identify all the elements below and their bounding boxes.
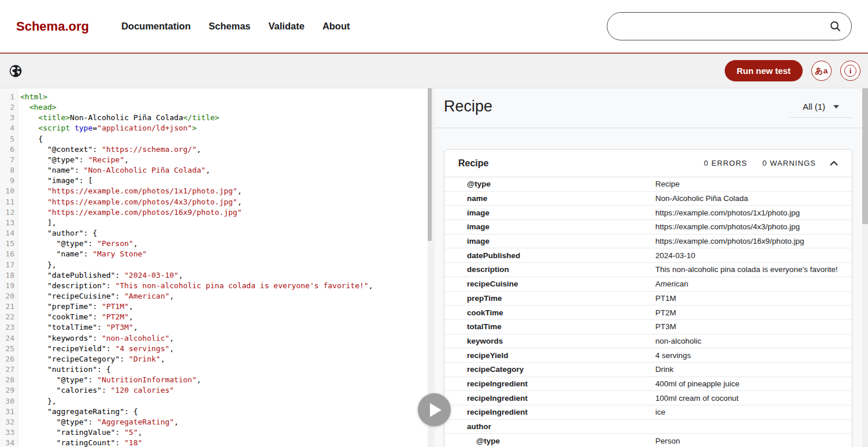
code-line[interactable]: "https://example.com/photos/16x9/photo.j… bbox=[20, 207, 428, 218]
property-row[interactable]: keywordsnon-alcoholic bbox=[444, 334, 852, 349]
property-row[interactable]: cookTimePT2M bbox=[444, 306, 852, 320]
code-line[interactable]: "https://example.com/photos/4x3/photo.jp… bbox=[20, 197, 428, 207]
line-number: 21 bbox=[0, 301, 14, 312]
validation-summary: 0 ERRORS 0 WARNINGS bbox=[704, 159, 816, 167]
code-line[interactable]: "@type": "AggregateRating", bbox=[20, 417, 428, 427]
code-line[interactable]: "@type": "Recipe", bbox=[20, 155, 428, 165]
property-name: recipeYield bbox=[444, 351, 655, 360]
code-line[interactable]: "image": [ bbox=[20, 176, 428, 186]
code-line[interactable]: "@type": "Person", bbox=[20, 239, 428, 249]
code-line[interactable]: "recipeCuisine": "American", bbox=[20, 291, 428, 301]
property-row[interactable]: author bbox=[444, 420, 852, 434]
code-line[interactable]: "author": { bbox=[20, 228, 428, 239]
entity-card: Recipe 0 ERRORS 0 WARNINGS @typeRecipena… bbox=[444, 149, 852, 447]
property-row[interactable]: recipeCuisineAmerican bbox=[444, 277, 852, 292]
code-line[interactable]: { bbox=[20, 134, 428, 144]
property-name: cookTime bbox=[444, 308, 655, 317]
search-input[interactable] bbox=[620, 18, 830, 35]
code-line[interactable]: <html> bbox=[20, 92, 428, 102]
code-line[interactable]: }, bbox=[20, 396, 428, 407]
line-number: 31 bbox=[0, 407, 14, 417]
code-line[interactable]: "totalTime": "PT3M", bbox=[20, 322, 428, 333]
property-value: https://example.com/photos/16x9/photo.jp… bbox=[655, 237, 852, 245]
code-line[interactable]: <script type="application/ld+json"> bbox=[20, 123, 428, 133]
code-line[interactable]: "name": "Non-Alcoholic Piña Colada", bbox=[20, 165, 428, 176]
property-row[interactable]: @typeRecipe bbox=[444, 177, 852, 192]
property-name: image bbox=[444, 208, 655, 217]
code-line[interactable]: "name": "Mary Stone" bbox=[20, 249, 428, 259]
results-scrollbar-thumb[interactable] bbox=[862, 88, 868, 224]
results-header: Recipe All (1) bbox=[435, 88, 868, 128]
property-value: non-alcoholic bbox=[655, 337, 852, 345]
property-name: recipeCuisine bbox=[444, 280, 655, 288]
warnings-count: 0 WARNINGS bbox=[762, 159, 816, 167]
code-lines[interactable]: <html> <head> <title>Non-Alcoholic Piña … bbox=[18, 88, 428, 447]
property-name: @type bbox=[444, 437, 655, 445]
code-line[interactable]: "recipeYield": "4 servings", bbox=[20, 344, 428, 354]
code-line[interactable]: "https://example.com/photos/1x1/photo.jp… bbox=[20, 186, 428, 196]
code-line[interactable]: }, bbox=[20, 260, 428, 270]
property-row[interactable]: imagehttps://example.com/photos/1x1/phot… bbox=[444, 206, 852, 220]
property-row[interactable]: nameNon-Alcoholic Piña Colada bbox=[444, 192, 852, 206]
property-row[interactable]: imagehttps://example.com/photos/4x3/phot… bbox=[444, 220, 852, 234]
code-line[interactable]: "prepTime": "PT1M", bbox=[20, 301, 428, 312]
nav-item-about[interactable]: About bbox=[322, 21, 350, 32]
nav-item-schemas[interactable]: Schemas bbox=[209, 21, 250, 32]
line-number: 11 bbox=[0, 197, 14, 207]
code-line[interactable]: "@type": "NutritionInformation", bbox=[20, 375, 428, 385]
line-number: 25 bbox=[0, 344, 14, 354]
property-row[interactable]: datePublished2024-03-10 bbox=[444, 248, 852, 263]
globe-icon[interactable] bbox=[9, 64, 23, 78]
code-line[interactable]: "ratingCount": "18" bbox=[20, 438, 428, 447]
code-line[interactable]: "cookTime": "PT2M", bbox=[20, 312, 428, 322]
code-line[interactable]: "recipeCategory": "Drink", bbox=[20, 354, 428, 364]
line-number: 28 bbox=[0, 375, 14, 385]
run-new-test-button[interactable]: Run new test bbox=[725, 60, 803, 81]
property-row[interactable]: totalTimePT3M bbox=[444, 320, 852, 334]
entity-card-header[interactable]: Recipe 0 ERRORS 0 WARNINGS bbox=[444, 150, 852, 177]
code-line[interactable]: "aggregateRating": { bbox=[20, 407, 428, 417]
line-number: 14 bbox=[0, 228, 14, 239]
code-line[interactable]: "description": "This non-alcoholic pina … bbox=[20, 281, 428, 291]
editor-scrollbar-thumb[interactable] bbox=[428, 88, 432, 241]
property-row[interactable]: recipeIngredient400ml of pineapple juice bbox=[444, 377, 852, 392]
language-toggle-button[interactable]: あa bbox=[811, 61, 832, 81]
property-row[interactable]: recipeCategoryDrink bbox=[444, 363, 852, 377]
code-line[interactable]: "@context": "https://schema.org/", bbox=[20, 144, 428, 155]
nav-item-validate[interactable]: Validate bbox=[269, 21, 305, 32]
code-line[interactable]: ], bbox=[20, 218, 428, 228]
code-line[interactable]: <head> bbox=[20, 102, 428, 113]
line-number: 20 bbox=[0, 291, 14, 301]
code-line[interactable]: "datePublished": "2024-03-10", bbox=[20, 270, 428, 281]
property-row[interactable]: descriptionThis non-alcoholic pina colad… bbox=[444, 263, 852, 277]
code-line[interactable]: "ratingValue": "5", bbox=[20, 427, 428, 438]
property-name: recipeIngredient bbox=[444, 379, 655, 388]
run-test-play-button[interactable] bbox=[418, 393, 451, 426]
code-line[interactable]: "nutrition": { bbox=[20, 364, 428, 375]
line-number: 17 bbox=[0, 260, 14, 270]
nav-item-documentation[interactable]: Documentation bbox=[121, 21, 191, 32]
chevron-up-icon[interactable] bbox=[830, 161, 838, 166]
search-icon[interactable] bbox=[830, 21, 841, 32]
property-row[interactable]: recipeIngredientice bbox=[444, 405, 852, 420]
line-number: 9 bbox=[0, 176, 14, 186]
property-row[interactable]: @typePerson bbox=[444, 434, 852, 447]
property-name: datePublished bbox=[444, 251, 655, 260]
line-number: 16 bbox=[0, 249, 14, 259]
line-number: 8 bbox=[0, 165, 14, 176]
schema-org-logo[interactable]: Schema.org bbox=[16, 19, 89, 34]
info-button[interactable]: i bbox=[840, 61, 860, 81]
code-editor[interactable]: 1234567891011121314151617181920212223242… bbox=[0, 88, 428, 447]
property-value: This non-alcoholic pina colada is everyo… bbox=[655, 265, 852, 274]
code-line[interactable]: "calories": "120 calories" bbox=[20, 385, 428, 396]
search-box[interactable] bbox=[607, 12, 852, 40]
code-line[interactable]: <title>Non-Alcoholic Piña Colada</title> bbox=[20, 113, 428, 123]
property-row[interactable]: recipeYield4 servings bbox=[444, 348, 852, 363]
line-number: 24 bbox=[0, 333, 14, 344]
property-row[interactable]: recipeIngredient100ml cream of coconut bbox=[444, 391, 852, 405]
results-filter-dropdown[interactable]: All (1) bbox=[790, 101, 852, 118]
code-line[interactable]: "keywords": "non-alcoholic", bbox=[20, 333, 428, 344]
property-value: https://example.com/photos/4x3/photo.jpg bbox=[655, 222, 852, 231]
property-row[interactable]: prepTimePT1M bbox=[444, 292, 852, 306]
property-row[interactable]: imagehttps://example.com/photos/16x9/pho… bbox=[444, 234, 852, 249]
